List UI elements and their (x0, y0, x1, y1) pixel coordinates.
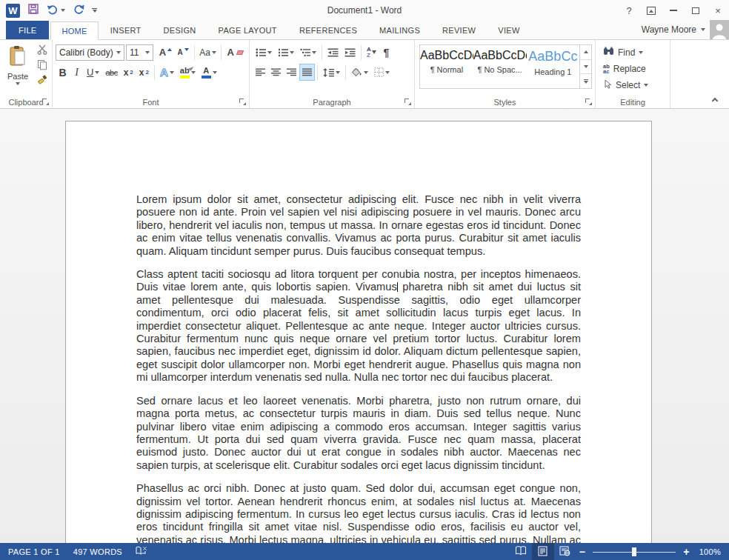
paste-button[interactable]: Paste (1, 42, 34, 88)
show-formatting-button[interactable]: ¶ (379, 44, 393, 61)
tab-view[interactable]: VIEW (487, 21, 530, 39)
zoom-slider[interactable] (593, 547, 676, 557)
change-case-button[interactable]: Aa (197, 44, 219, 61)
line-spacing-arrow-icon[interactable] (336, 71, 340, 74)
select-arrow-dropdown-icon[interactable] (644, 84, 648, 87)
tab-home[interactable]: HOME (50, 21, 98, 40)
styles-more-button[interactable] (580, 74, 591, 88)
tab-design[interactable]: DESIGN (153, 21, 207, 39)
zoom-out-button[interactable]: − (576, 546, 588, 558)
italic-button[interactable]: I (70, 64, 84, 81)
paragraph[interactable]: Phasellus ac orci nibh. Donec at justo q… (136, 482, 581, 543)
read-mode-button[interactable] (510, 543, 532, 560)
align-center-button[interactable] (268, 64, 284, 81)
redo-button[interactable] (73, 4, 84, 18)
save-button[interactable] (27, 3, 39, 18)
tab-review[interactable]: REVIEW (432, 21, 486, 39)
shrink-font-button[interactable]: A (175, 44, 192, 61)
proofing-errors-button[interactable] (129, 543, 154, 560)
style-heading1[interactable]: AaBbCc Heading 1 (527, 45, 580, 88)
sort-button[interactable]: A Z (364, 44, 379, 61)
cut-button[interactable] (34, 44, 50, 59)
shading-arrow-icon[interactable] (364, 71, 368, 74)
find-arrow-icon[interactable] (639, 51, 643, 54)
font-color-button[interactable]: A (199, 64, 220, 81)
multilevel-arrow-icon[interactable] (312, 51, 316, 54)
styles-scroll-up-button[interactable] (580, 45, 591, 60)
underline-arrow-icon[interactable] (95, 71, 99, 74)
numbering-arrow-icon[interactable] (290, 51, 294, 54)
font-name-combobox[interactable]: Calibri (Body) (56, 44, 124, 61)
select-button[interactable]: Select (603, 78, 668, 92)
line-spacing-button[interactable] (320, 64, 343, 81)
undo-button[interactable] (47, 4, 65, 18)
maximize-button[interactable] (685, 0, 707, 21)
paragraph[interactable]: Sed ornare lacus et leo laoreet venenati… (136, 395, 581, 472)
paragraph[interactable]: Lorem ipsum dolor sit amet, consectetur … (136, 193, 581, 258)
justify-button[interactable] (299, 64, 315, 81)
strikethrough-button[interactable]: abc (102, 64, 120, 81)
web-layout-button[interactable] (554, 543, 576, 560)
paragraph-dialog-launcher[interactable] (404, 98, 412, 106)
text-effects-button[interactable]: A (157, 64, 177, 81)
avatar[interactable] (710, 20, 729, 39)
styles-dialog-launcher[interactable] (585, 98, 593, 106)
tab-page-layout[interactable]: PAGE LAYOUT (208, 21, 287, 39)
tab-insert[interactable]: INSERT (100, 21, 152, 39)
page-number-indicator[interactable]: PAGE 1 OF 1 (1, 543, 67, 560)
text-highlight-button[interactable]: ab (177, 64, 199, 81)
superscript-button[interactable]: x2 (136, 64, 152, 81)
tab-references[interactable]: REFERENCES (289, 21, 367, 39)
zoom-in-button[interactable]: + (680, 546, 692, 558)
font-size-dropdown-arrow-icon[interactable] (145, 51, 150, 54)
paragraph[interactable]: Class aptent taciti sociosqu ad litora t… (136, 268, 581, 384)
multilevel-list-button[interactable] (297, 44, 319, 61)
zoom-level-button[interactable]: 100% (693, 543, 728, 560)
word-count-indicator[interactable]: 497 WORDS (67, 543, 129, 560)
font-name-dropdown-arrow-icon[interactable] (116, 51, 121, 54)
styles-scroll-down-button[interactable] (580, 60, 591, 75)
underline-button[interactable]: U (84, 64, 102, 81)
customize-quick-access-toolbar-button[interactable] (92, 8, 97, 13)
style-normal[interactable]: AaBbCcDc ¶ Normal (420, 45, 473, 88)
shading-button[interactable] (348, 64, 371, 81)
ribbon-display-options-button[interactable] (640, 0, 662, 21)
tab-mailings[interactable]: MAILINGS (369, 21, 430, 39)
user-account[interactable]: Wayne Moore (642, 20, 729, 39)
decrease-indent-button[interactable] (324, 44, 342, 61)
align-right-button[interactable] (284, 64, 299, 81)
collapse-ribbon-button[interactable] (710, 96, 720, 103)
clipboard-dialog-launcher[interactable] (41, 98, 50, 106)
undo-dropdown-arrow-icon[interactable] (61, 9, 65, 12)
replace-button[interactable]: ab ac Replace (603, 61, 668, 76)
style-no-spacing[interactable]: AaBbCcDc ¶ No Spac... (473, 45, 527, 88)
grow-font-button[interactable]: A (156, 44, 175, 61)
font-dialog-launcher[interactable] (239, 98, 247, 106)
increase-indent-button[interactable] (342, 44, 359, 61)
close-button[interactable]: × (707, 0, 729, 21)
borders-arrow-icon[interactable] (385, 71, 390, 74)
subscript-button[interactable]: x2 (121, 64, 136, 81)
paste-dropdown-arrow-icon[interactable] (16, 82, 20, 85)
word-app-icon[interactable]: W (6, 4, 20, 18)
zoom-slider-handle[interactable] (632, 547, 636, 556)
numbering-button[interactable] (275, 44, 297, 61)
align-left-button[interactable] (253, 64, 268, 81)
tab-file[interactable]: FILE (6, 21, 49, 39)
font-size-combobox[interactable]: 11 (126, 44, 153, 61)
borders-button[interactable] (371, 64, 393, 81)
clear-formatting-button[interactable]: A (224, 44, 246, 61)
shrink-arrow-icon (184, 48, 189, 51)
bullets-button[interactable] (253, 44, 275, 61)
find-button[interactable]: Find (603, 45, 668, 59)
document-page[interactable]: Lorem ipsum dolor sit amet, consectetur … (65, 121, 652, 543)
bold-button[interactable]: B (56, 64, 70, 81)
highlight-arrow-icon[interactable] (191, 71, 196, 74)
format-painter-button[interactable] (34, 73, 50, 88)
bullets-arrow-icon[interactable] (267, 51, 272, 54)
copy-button[interactable] (34, 59, 50, 73)
minimize-button[interactable] (662, 0, 685, 21)
font-color-arrow-icon[interactable] (213, 71, 217, 74)
print-layout-button[interactable] (532, 543, 554, 560)
help-button[interactable]: ? (618, 0, 640, 21)
